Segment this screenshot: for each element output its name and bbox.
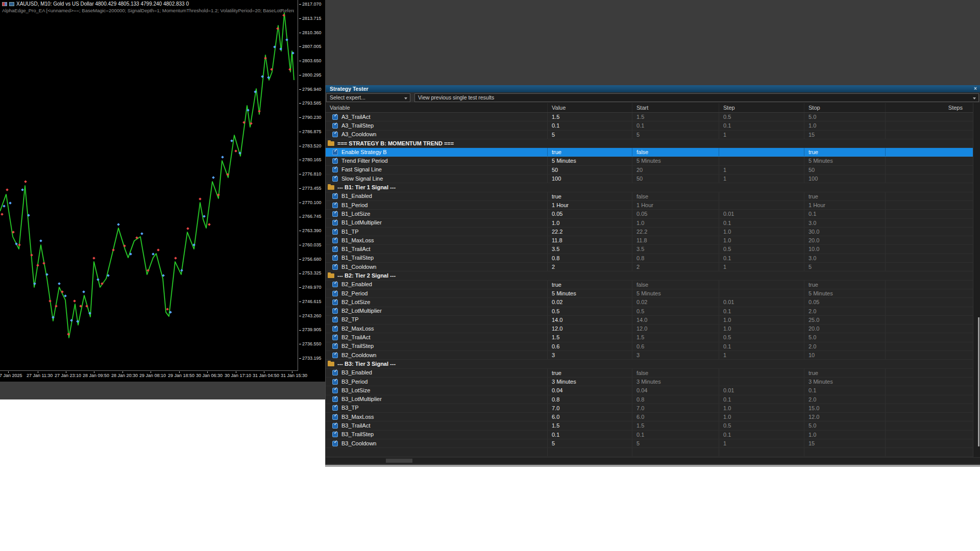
table-row[interactable]: B1_Period1 Hour1 Hour1 Hour xyxy=(326,201,973,210)
table-row[interactable]: B3_Period3 Minutes3 Minutes3 Minutes xyxy=(326,378,973,386)
table-row[interactable]: Enable Strategy Btruefalsetrue xyxy=(326,148,973,157)
param-checkbox[interactable] xyxy=(332,353,338,358)
table-row[interactable]: B3_Cooldown55115 xyxy=(326,439,973,448)
cell-val: 0.6 xyxy=(548,342,632,350)
param-checkbox[interactable] xyxy=(332,123,338,129)
tester-title: Strategy Tester xyxy=(330,86,369,92)
param-checkbox[interactable] xyxy=(332,432,338,437)
param-checkbox[interactable] xyxy=(332,291,338,296)
param-checkbox[interactable] xyxy=(332,158,338,164)
table-row[interactable]: Fast Signal Line5020150 xyxy=(326,166,973,174)
cell-variable: Fast Signal Line xyxy=(326,166,548,174)
vertical-scrollbar[interactable] xyxy=(973,103,980,457)
param-checkbox[interactable] xyxy=(332,193,338,199)
param-checkbox[interactable] xyxy=(332,335,338,340)
table-row[interactable]: === STRATEGY B: MOMENTUM TREND === xyxy=(326,139,973,148)
close-icon[interactable]: × xyxy=(972,85,978,92)
table-row[interactable]: B3_TrailAct1.51.50.55.0 xyxy=(326,421,973,430)
table-row[interactable]: B2_TrailAct1.51.50.55.0 xyxy=(326,333,973,342)
cell-val: true xyxy=(548,369,632,377)
horizontal-scrollbar-thumb[interactable] xyxy=(386,459,412,463)
table-row[interactable]: B1_MaxLoss11.811.81.020.0 xyxy=(326,236,973,245)
table-row[interactable]: B2_TrailStep0.60.60.12.0 xyxy=(326,342,973,351)
param-checkbox[interactable] xyxy=(332,379,338,385)
param-checkbox[interactable] xyxy=(332,299,338,305)
param-checkbox[interactable] xyxy=(332,343,338,349)
table-row[interactable]: B1_LotMultiplier1.01.00.13.0 xyxy=(326,219,973,228)
param-checkbox[interactable] xyxy=(332,264,338,270)
table-row[interactable]: A3_Cooldown55115 xyxy=(326,131,973,139)
param-label: B1_LotMultiplier xyxy=(341,219,382,227)
cell-variable: B2_MaxLoss xyxy=(326,324,548,333)
param-checkbox[interactable] xyxy=(332,326,338,332)
table-row[interactable]: B2_MaxLoss12.012.01.020.0 xyxy=(326,324,973,333)
expert-select-dropdown[interactable]: Select expert... xyxy=(326,93,410,102)
param-checkbox[interactable] xyxy=(332,229,338,235)
table-row[interactable]: B3_Enabledtruefalsetrue xyxy=(326,369,973,378)
cell-variable: B2_TrailStep xyxy=(326,342,548,350)
previous-results-bar[interactable]: View previous single test results xyxy=(414,93,979,102)
param-checkbox[interactable] xyxy=(332,370,338,375)
table-row[interactable]: B3_TrailStep0.10.10.11.0 xyxy=(326,431,973,439)
cell-step: 1.0 xyxy=(719,228,804,236)
table-row[interactable]: --- B3: Tier 3 Signal --- xyxy=(326,360,973,368)
vertical-scrollbar-thumb[interactable] xyxy=(978,317,979,446)
cell-variable: B3_TrailAct xyxy=(326,421,548,430)
strategy-tester-panel: Strategy Tester × Select expert... View … xyxy=(325,85,980,465)
param-checkbox[interactable] xyxy=(332,220,338,226)
param-checkbox[interactable] xyxy=(332,211,338,217)
table-row[interactable]: B3_MaxLoss6.06.01.012.0 xyxy=(326,413,973,421)
table-row[interactable]: B3_TP7.07.01.015.0 xyxy=(326,404,973,413)
param-checkbox[interactable] xyxy=(332,203,338,208)
param-checkbox[interactable] xyxy=(332,441,338,446)
table-row[interactable]: B2_Period5 Minutes5 Minutes5 Minutes xyxy=(326,289,973,298)
table-row[interactable]: --- B2: Tier 2 Signal --- xyxy=(326,271,973,280)
param-checkbox[interactable] xyxy=(332,423,338,429)
table-row[interactable]: A3_TrailAct1.51.50.55.0 xyxy=(326,113,973,121)
table-row[interactable]: B1_Cooldown2215 xyxy=(326,263,973,271)
param-label: B2_Cooldown xyxy=(341,351,377,359)
param-checkbox[interactable] xyxy=(332,255,338,261)
folder-icon xyxy=(328,141,334,146)
col-header-step: Step xyxy=(719,103,804,112)
param-checkbox[interactable] xyxy=(332,132,338,137)
param-checkbox[interactable] xyxy=(332,149,338,155)
param-checkbox[interactable] xyxy=(332,176,338,182)
param-checkbox[interactable] xyxy=(332,317,338,322)
table-row[interactable]: B1_Enabledtruefalsetrue xyxy=(326,192,973,201)
cell-stop: true xyxy=(804,192,886,201)
cell-start: 22.2 xyxy=(632,228,719,236)
param-checkbox[interactable] xyxy=(332,238,338,243)
param-checkbox[interactable] xyxy=(332,388,338,393)
cell-variable: B3_Cooldown xyxy=(326,439,548,447)
table-row[interactable]: B1_TrailStep0.80.80.13.0 xyxy=(326,254,973,263)
param-checkbox[interactable] xyxy=(332,405,338,411)
cell-val: 0.02 xyxy=(548,298,632,306)
table-row[interactable]: B2_LotSize0.020.020.010.05 xyxy=(326,298,973,307)
param-checkbox[interactable] xyxy=(332,114,338,120)
previous-results-label: View previous single test results xyxy=(418,94,494,101)
table-row[interactable]: B1_TP22.222.21.030.0 xyxy=(326,228,973,236)
param-checkbox[interactable] xyxy=(332,308,338,314)
trade-marker xyxy=(92,257,95,260)
table-row[interactable]: Trend Filter Period5 Minutes5 Minutes5 M… xyxy=(326,157,973,165)
param-checkbox[interactable] xyxy=(332,414,338,420)
table-row[interactable]: B3_LotMultiplier0.80.80.12.0 xyxy=(326,395,973,404)
table-row[interactable]: B3_LotSize0.040.040.010.1 xyxy=(326,386,973,395)
table-row[interactable]: B2_LotMultiplier0.50.50.12.0 xyxy=(326,307,973,316)
param-checkbox[interactable] xyxy=(332,396,338,402)
param-checkbox[interactable] xyxy=(332,246,338,252)
cell-start: 12.0 xyxy=(632,324,719,333)
horizontal-scrollbar[interactable] xyxy=(326,457,980,463)
table-row[interactable]: B1_TrailAct3.53.50.510.0 xyxy=(326,245,973,254)
table-row[interactable]: B2_Cooldown33110 xyxy=(326,351,973,360)
param-label: B1_TP xyxy=(341,228,359,236)
table-row[interactable]: B1_LotSize0.050.050.010.1 xyxy=(326,210,973,218)
table-row[interactable]: B2_Enabledtruefalsetrue xyxy=(326,281,973,289)
table-row[interactable]: Slow Signal Line100501100 xyxy=(326,174,973,183)
table-row[interactable]: --- B1: Tier 1 Signal --- xyxy=(326,183,973,192)
param-checkbox[interactable] xyxy=(332,282,338,287)
table-row[interactable]: A3_TrailStep0.10.10.11.0 xyxy=(326,121,973,130)
param-checkbox[interactable] xyxy=(332,167,338,172)
table-row[interactable]: B2_TP14.014.01.025.0 xyxy=(326,316,973,324)
